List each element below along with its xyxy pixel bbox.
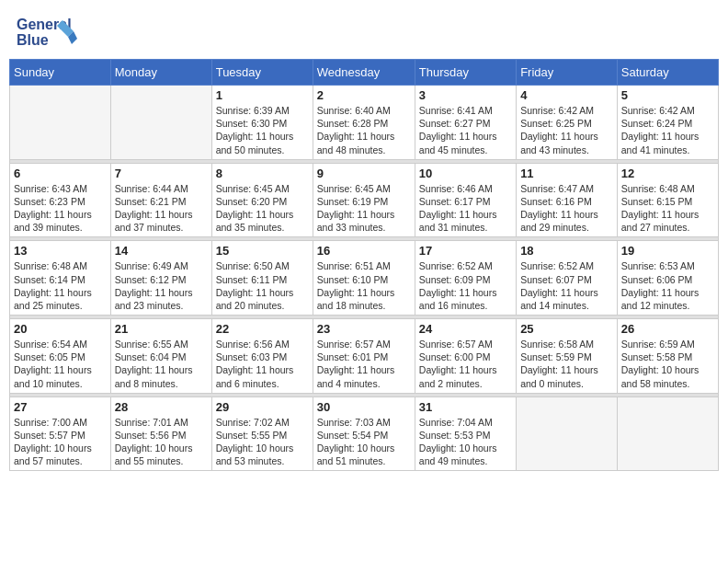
calendar-week-row: 6Sunrise: 6:43 AM Sunset: 6:23 PM Daylig…	[10, 163, 719, 237]
day-info: Sunrise: 6:47 AM Sunset: 6:16 PM Dayligh…	[520, 182, 613, 235]
calendar-cell: 12Sunrise: 6:48 AM Sunset: 6:15 PM Dayli…	[617, 163, 718, 237]
day-number: 2	[317, 88, 411, 102]
weekday-header-row: SundayMondayTuesdayWednesdayThursdayFrid…	[10, 60, 719, 86]
day-number: 8	[216, 167, 309, 180]
day-number: 19	[621, 244, 714, 258]
day-info: Sunrise: 6:59 AM Sunset: 5:58 PM Dayligh…	[621, 338, 714, 390]
day-info: Sunrise: 6:43 AM Sunset: 6:23 PM Dayligh…	[14, 182, 107, 235]
calendar-week-row: 13Sunrise: 6:48 AM Sunset: 6:14 PM Dayli…	[10, 241, 719, 316]
calendar-week-row: 1Sunrise: 6:39 AM Sunset: 6:30 PM Daylig…	[10, 86, 719, 160]
day-info: Sunrise: 6:45 AM Sunset: 6:19 PM Dayligh…	[317, 182, 411, 235]
day-number: 23	[317, 322, 411, 336]
calendar-cell: 21Sunrise: 6:55 AM Sunset: 6:04 PM Dayli…	[110, 319, 211, 394]
calendar-cell: 11Sunrise: 6:47 AM Sunset: 6:16 PM Dayli…	[517, 163, 618, 237]
day-info: Sunrise: 6:48 AM Sunset: 6:14 PM Dayligh…	[14, 259, 107, 312]
day-number: 20	[14, 322, 107, 336]
calendar-cell: 18Sunrise: 6:52 AM Sunset: 6:07 PM Dayli…	[517, 241, 618, 316]
day-info: Sunrise: 6:39 AM Sunset: 6:30 PM Dayligh…	[216, 104, 309, 156]
day-info: Sunrise: 6:42 AM Sunset: 6:24 PM Dayligh…	[621, 104, 714, 156]
day-info: Sunrise: 6:54 AM Sunset: 6:05 PM Dayligh…	[14, 338, 107, 390]
day-number: 1	[216, 88, 309, 102]
calendar-cell: 4Sunrise: 6:42 AM Sunset: 6:25 PM Daylig…	[517, 86, 618, 160]
day-info: Sunrise: 6:57 AM Sunset: 6:01 PM Dayligh…	[317, 338, 411, 390]
day-number: 13	[14, 244, 107, 258]
calendar-cell: 14Sunrise: 6:49 AM Sunset: 6:12 PM Dayli…	[110, 241, 211, 316]
day-number: 5	[621, 88, 714, 102]
calendar-cell: 22Sunrise: 6:56 AM Sunset: 6:03 PM Dayli…	[211, 319, 313, 394]
calendar-cell: 29Sunrise: 7:02 AM Sunset: 5:55 PM Dayli…	[211, 396, 313, 471]
day-info: Sunrise: 6:57 AM Sunset: 6:00 PM Dayligh…	[419, 338, 512, 390]
day-info: Sunrise: 7:01 AM Sunset: 5:56 PM Dayligh…	[115, 416, 208, 468]
calendar-cell: 19Sunrise: 6:53 AM Sunset: 6:06 PM Dayli…	[617, 241, 718, 316]
day-info: Sunrise: 6:50 AM Sunset: 6:11 PM Dayligh…	[216, 259, 309, 312]
calendar-cell: 23Sunrise: 6:57 AM Sunset: 6:01 PM Dayli…	[313, 319, 415, 394]
weekday-header: Friday	[517, 60, 618, 86]
weekday-header: Saturday	[617, 60, 718, 86]
calendar-cell: 31Sunrise: 7:04 AM Sunset: 5:53 PM Dayli…	[415, 396, 516, 471]
logo-icon: GeneralBlue	[17, 13, 81, 50]
day-number: 11	[520, 167, 613, 180]
day-number: 18	[520, 244, 613, 258]
day-number: 31	[419, 400, 512, 414]
day-info: Sunrise: 6:44 AM Sunset: 6:21 PM Dayligh…	[115, 182, 208, 235]
calendar-cell: 7Sunrise: 6:44 AM Sunset: 6:21 PM Daylig…	[110, 163, 211, 237]
calendar-cell: 13Sunrise: 6:48 AM Sunset: 6:14 PM Dayli…	[10, 241, 111, 316]
day-info: Sunrise: 6:51 AM Sunset: 6:10 PM Dayligh…	[317, 259, 411, 312]
calendar-cell: 24Sunrise: 6:57 AM Sunset: 6:00 PM Dayli…	[415, 319, 516, 394]
calendar-cell: 2Sunrise: 6:40 AM Sunset: 6:28 PM Daylig…	[313, 86, 415, 160]
day-number: 10	[419, 167, 512, 180]
day-number: 12	[621, 167, 714, 180]
weekday-header: Monday	[110, 60, 211, 86]
calendar-cell: 1Sunrise: 6:39 AM Sunset: 6:30 PM Daylig…	[211, 86, 313, 160]
logo: GeneralBlue	[17, 13, 81, 50]
calendar-cell: 9Sunrise: 6:45 AM Sunset: 6:19 PM Daylig…	[313, 163, 415, 237]
day-info: Sunrise: 6:46 AM Sunset: 6:17 PM Dayligh…	[419, 182, 512, 235]
day-number: 7	[115, 167, 208, 180]
day-info: Sunrise: 6:49 AM Sunset: 6:12 PM Dayligh…	[115, 259, 208, 312]
day-number: 9	[317, 167, 411, 180]
day-number: 29	[216, 400, 309, 414]
day-info: Sunrise: 6:55 AM Sunset: 6:04 PM Dayligh…	[115, 338, 208, 390]
day-info: Sunrise: 6:48 AM Sunset: 6:15 PM Dayligh…	[621, 182, 714, 235]
calendar-table: SundayMondayTuesdayWednesdayThursdayFrid…	[9, 59, 719, 471]
calendar-cell: 6Sunrise: 6:43 AM Sunset: 6:23 PM Daylig…	[10, 163, 111, 237]
calendar-cell: 26Sunrise: 6:59 AM Sunset: 5:58 PM Dayli…	[617, 319, 718, 394]
calendar-cell	[110, 86, 211, 160]
calendar-cell	[617, 396, 718, 471]
day-info: Sunrise: 7:04 AM Sunset: 5:53 PM Dayligh…	[419, 416, 512, 468]
day-number: 14	[115, 244, 208, 258]
calendar-cell	[517, 396, 618, 471]
day-info: Sunrise: 6:56 AM Sunset: 6:03 PM Dayligh…	[216, 338, 309, 390]
weekday-header: Wednesday	[313, 60, 415, 86]
calendar-cell: 27Sunrise: 7:00 AM Sunset: 5:57 PM Dayli…	[10, 396, 111, 471]
day-info: Sunrise: 6:52 AM Sunset: 6:07 PM Dayligh…	[520, 259, 613, 312]
day-info: Sunrise: 6:52 AM Sunset: 6:09 PM Dayligh…	[419, 259, 512, 312]
calendar-cell: 3Sunrise: 6:41 AM Sunset: 6:27 PM Daylig…	[415, 86, 516, 160]
calendar-cell: 30Sunrise: 7:03 AM Sunset: 5:54 PM Dayli…	[313, 396, 415, 471]
day-info: Sunrise: 7:00 AM Sunset: 5:57 PM Dayligh…	[14, 416, 107, 468]
day-number: 15	[216, 244, 309, 258]
day-number: 21	[115, 322, 208, 336]
day-info: Sunrise: 6:58 AM Sunset: 5:59 PM Dayligh…	[520, 338, 613, 390]
day-number: 4	[520, 88, 613, 102]
calendar-cell: 15Sunrise: 6:50 AM Sunset: 6:11 PM Dayli…	[211, 241, 313, 316]
weekday-header: Thursday	[415, 60, 516, 86]
day-number: 16	[317, 244, 411, 258]
day-info: Sunrise: 6:42 AM Sunset: 6:25 PM Dayligh…	[520, 104, 613, 156]
day-number: 28	[115, 400, 208, 414]
calendar-cell	[10, 86, 111, 160]
calendar-cell: 28Sunrise: 7:01 AM Sunset: 5:56 PM Dayli…	[110, 396, 211, 471]
day-info: Sunrise: 7:03 AM Sunset: 5:54 PM Dayligh…	[317, 416, 411, 468]
day-info: Sunrise: 7:02 AM Sunset: 5:55 PM Dayligh…	[216, 416, 309, 468]
calendar-cell: 20Sunrise: 6:54 AM Sunset: 6:05 PM Dayli…	[10, 319, 111, 394]
day-info: Sunrise: 6:45 AM Sunset: 6:20 PM Dayligh…	[216, 182, 309, 235]
svg-text:Blue: Blue	[17, 32, 49, 48]
day-number: 22	[216, 322, 309, 336]
day-number: 30	[317, 400, 411, 414]
calendar-cell: 5Sunrise: 6:42 AM Sunset: 6:24 PM Daylig…	[617, 86, 718, 160]
day-number: 24	[419, 322, 512, 336]
day-info: Sunrise: 6:41 AM Sunset: 6:27 PM Dayligh…	[419, 104, 512, 156]
weekday-header: Tuesday	[211, 60, 313, 86]
day-number: 26	[621, 322, 714, 336]
calendar-week-row: 27Sunrise: 7:00 AM Sunset: 5:57 PM Dayli…	[10, 396, 719, 471]
